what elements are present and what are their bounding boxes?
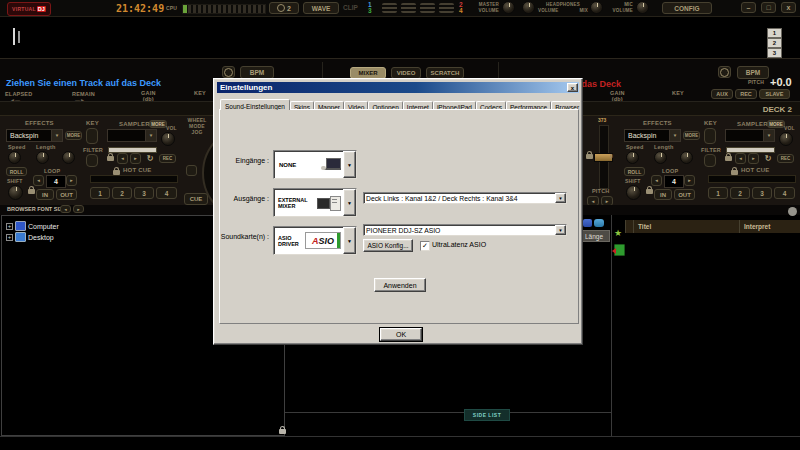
layout-toggle-icon[interactable] (420, 3, 435, 13)
effect-select[interactable]: Backspin ▼ (624, 129, 681, 142)
combo-arrow-button[interactable]: ▼ (343, 151, 356, 178)
column-header-icon[interactable] (625, 220, 633, 233)
filter-slider[interactable] (704, 154, 716, 167)
hot-cue-1-button[interactable]: 1 (708, 187, 728, 199)
combo-arrow-button[interactable]: ▼ (555, 193, 566, 203)
tab-sound-einstellungen[interactable]: Sound-Einstellungen (220, 99, 290, 110)
shortcut-box-3[interactable]: 3 (767, 48, 782, 58)
headphones-volume-knob[interactable] (522, 1, 535, 14)
minimize-button[interactable]: – (741, 2, 756, 13)
effects-more-button[interactable]: MORE (683, 131, 700, 140)
font-larger-button[interactable]: ► (73, 205, 84, 213)
mic-volume-knob[interactable] (636, 1, 649, 14)
effect-speed-knob[interactable] (626, 151, 639, 164)
panel-lock-icon[interactable] (279, 429, 286, 434)
inputs-combobox[interactable]: NONE ▼ (273, 150, 357, 179)
effect-length-knob[interactable] (654, 151, 667, 164)
shift-knob[interactable] (626, 185, 641, 200)
loop-out-button[interactable]: OUT (674, 189, 695, 200)
apply-button[interactable]: Anwenden (374, 278, 426, 292)
loop-in-button[interactable]: IN (654, 189, 672, 200)
shortcut-box-1[interactable]: 1 (767, 28, 782, 38)
maximize-button[interactable]: □ (761, 2, 776, 13)
effect-length-knob[interactable] (36, 151, 49, 164)
side-list-header[interactable]: SIDE LIST (464, 409, 510, 421)
clip-button[interactable]: CLIP (343, 4, 358, 11)
layout-toggle-icon[interactable] (439, 3, 454, 13)
key-slider[interactable] (704, 128, 716, 144)
sampler-more-button[interactable]: MORE (767, 120, 785, 128)
network-icon[interactable] (788, 207, 797, 216)
lock-icon[interactable] (725, 156, 732, 161)
lock-icon[interactable] (28, 189, 35, 194)
hot-cue-3-button[interactable]: 3 (752, 187, 772, 199)
soundcard-combobox[interactable]: ASIO DRIVER ASIO ▼ (273, 226, 357, 255)
effect-speed-knob[interactable] (8, 151, 21, 164)
rec-button[interactable]: REC (735, 89, 757, 99)
sampler-rec-button[interactable]: REC (159, 154, 176, 163)
lock-icon[interactable] (586, 154, 593, 159)
lock-icon[interactable] (107, 156, 114, 161)
key-slider[interactable] (86, 128, 98, 144)
headphones-mix-knob[interactable] (590, 1, 603, 14)
view-icon[interactable] (583, 219, 592, 227)
playlist-doc-icon[interactable] (614, 244, 625, 256)
column-header-interpret[interactable]: Interpret (739, 220, 800, 233)
tree-item-computer[interactable]: + Computer (6, 221, 59, 231)
jog-mode-button[interactable] (186, 165, 197, 176)
sampler-next-button[interactable]: ► (130, 153, 141, 164)
hot-cue-2-button[interactable]: 2 (730, 187, 750, 199)
sampler-loop-button[interactable]: ↻ (762, 152, 774, 164)
sampler-volume-knob[interactable] (161, 132, 175, 146)
combo-arrow-button[interactable]: ▼ (343, 227, 356, 254)
config-button[interactable]: CONFIG (662, 2, 712, 14)
favorite-star-icon[interactable]: ★ (614, 228, 622, 238)
loop-double-button[interactable]: ► (66, 175, 77, 186)
sidelist-panel[interactable]: Titel Interpret ★ (611, 215, 800, 436)
shift-knob[interactable] (8, 185, 23, 200)
expand-icon[interactable]: + (6, 234, 13, 241)
roll-button[interactable]: ROLL (6, 167, 27, 176)
dialog-close-button[interactable]: x (567, 83, 578, 92)
sampler-select[interactable]: ▼ (107, 129, 157, 142)
deck-count-button[interactable]: 2 (269, 2, 299, 14)
sampler-prev-button[interactable]: ◄ (117, 153, 128, 164)
sampler-loop-button[interactable]: ↻ (144, 152, 156, 164)
effect-param-knob[interactable] (680, 151, 693, 164)
master-volume-knob[interactable] (502, 1, 515, 14)
effect-select[interactable]: Backspin ▼ (6, 129, 63, 142)
expand-icon[interactable]: + (6, 223, 13, 230)
dialog-title-bar[interactable]: Einstellungen x (217, 82, 579, 93)
deck2-bpm-button[interactable]: BPM (737, 66, 769, 79)
hot-cue-2-button[interactable]: 2 (112, 187, 132, 199)
tree-item-desktop[interactable]: + Desktop (6, 232, 54, 242)
view-icon[interactable] (594, 219, 604, 227)
close-button[interactable]: x (781, 2, 796, 13)
column-header-titel[interactable]: Titel (633, 220, 739, 233)
asio-config-button[interactable]: ASIO Konfig... (363, 239, 413, 252)
deck2-info-button[interactable] (718, 66, 731, 78)
combo-arrow-button[interactable]: ▼ (343, 189, 356, 216)
asio-device-combobox[interactable]: PIONEER DDJ-SZ ASIO ▼ (363, 224, 567, 236)
effect-param-knob[interactable] (62, 151, 75, 164)
sampler-select[interactable]: ▼ (725, 129, 775, 142)
roll-button[interactable]: ROLL (624, 167, 645, 176)
font-smaller-button[interactable]: ◄ (60, 205, 71, 213)
ultra-latency-checkbox[interactable]: ✓ (420, 241, 430, 251)
output-channels-combobox[interactable]: Deck Links : Kanal 1&2 / Deck Rechts : K… (363, 192, 567, 204)
layout-toggle-icon[interactable] (401, 3, 416, 13)
loop-half-button[interactable]: ◄ (651, 175, 662, 186)
sampler-next-button[interactable]: ► (748, 153, 759, 164)
cue-button[interactable]: CUE (184, 193, 208, 205)
loop-half-button[interactable]: ◄ (33, 175, 44, 186)
loop-in-button[interactable]: IN (36, 189, 54, 200)
layout-toggle-icon[interactable] (382, 3, 397, 13)
sampler-volume-knob[interactable] (779, 132, 793, 146)
loop-out-button[interactable]: OUT (56, 189, 77, 200)
lock-icon[interactable] (646, 189, 653, 194)
aux-button[interactable]: AUX (711, 89, 733, 99)
hot-cue-4-button[interactable]: 4 (774, 187, 795, 199)
hot-cue-4-button[interactable]: 4 (156, 187, 177, 199)
hot-cue-3-button[interactable]: 3 (134, 187, 154, 199)
sampler-rec-button[interactable]: REC (777, 154, 794, 163)
